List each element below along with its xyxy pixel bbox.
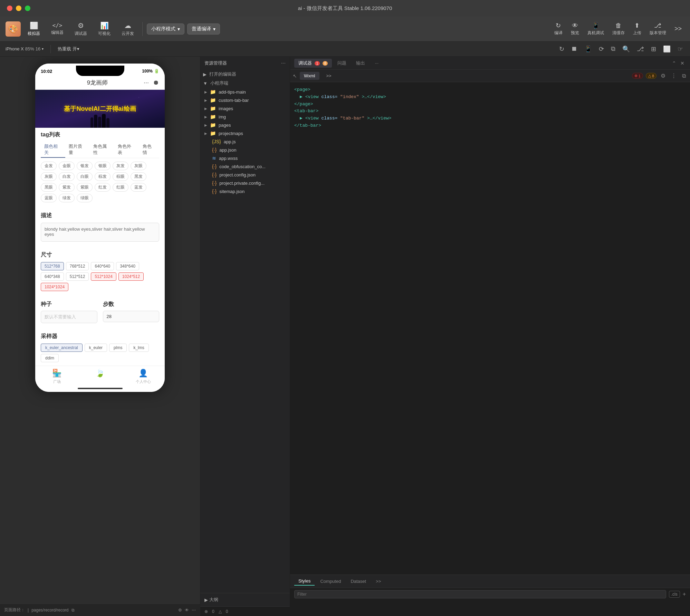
tag-baiy[interactable]: 白眼 [77, 172, 93, 181]
branch-icon[interactable]: ⎇ [635, 44, 645, 54]
styles-tab-styles[interactable]: Styles [294, 577, 315, 586]
copy-path-icon[interactable]: ⧉ [71, 608, 75, 613]
styles-tab-more[interactable]: >> [372, 577, 385, 585]
compile-select[interactable]: 普通编译 ▾ [187, 23, 220, 35]
avatar[interactable]: 🎨 [6, 21, 21, 37]
xml-line-2[interactable]: ▶ <view class= "index" >…</view> [294, 94, 686, 101]
search-icon[interactable]: 🔍 [621, 44, 631, 54]
wechat-actions[interactable]: ··· ⏺ [144, 79, 159, 86]
tag-heif[interactable]: 黑发 [131, 172, 146, 181]
tag-ziy[interactable]: 紫眼 [77, 183, 93, 192]
size-768x512[interactable]: 768*512 [66, 262, 89, 270]
editor-button[interactable]: </> 编辑器 [47, 21, 68, 37]
styles-tab-dataset[interactable]: Dataset [346, 577, 370, 585]
explorer-more-icon[interactable]: ··· [281, 60, 286, 66]
tag-lvf[interactable]: 绿发 [59, 194, 75, 202]
tag-hy[interactable]: 红眼 [113, 183, 128, 192]
tag-tab-emotion[interactable]: 角色情 [139, 142, 159, 158]
add-style-button[interactable]: + [683, 591, 686, 597]
tag-huif[interactable]: 灰发 [113, 162, 128, 170]
tag-tab-appearance[interactable]: 角色外表 [114, 142, 139, 158]
file-project-config[interactable]: {·} project.config.json [200, 171, 290, 179]
debugger-button[interactable]: ⚙ 调试器 [70, 20, 91, 38]
compile-button[interactable]: ↻ 编译 [552, 20, 565, 37]
tag-huiy[interactable]: 灰眼 [131, 162, 146, 170]
size-512x768[interactable]: 512*768 [41, 262, 64, 270]
tag-yiny[interactable]: 银眼 [95, 162, 111, 170]
tab-debugger[interactable]: 调试器 1 8 [294, 59, 332, 68]
phone-icon[interactable]: 📱 [583, 44, 593, 54]
tag-tab-attr[interactable]: 角色属性 [90, 142, 114, 158]
copy-icon[interactable]: ⧉ [610, 44, 617, 54]
size-640x640[interactable]: 640*640 [91, 262, 114, 270]
open-editors-section[interactable]: ▶ 打开的编辑器 [200, 70, 290, 79]
maximize-button[interactable] [25, 6, 30, 11]
dots-icon[interactable]: ··· [144, 79, 149, 86]
tab-output[interactable]: 输出 [352, 59, 369, 68]
close-button[interactable] [7, 6, 12, 11]
pointer-icon[interactable]: ☞ [676, 44, 684, 54]
eye-icon[interactable]: 👁 [185, 608, 189, 613]
tag-ly[interactable]: 蓝眼 [41, 194, 57, 202]
styles-tab-computed[interactable]: Computed [316, 577, 345, 585]
more-path-icon[interactable]: ⋯ [192, 608, 196, 613]
size-512x1024[interactable]: 512*1024 [91, 272, 116, 281]
tag-yinf[interactable]: 银发 [77, 162, 93, 170]
file-obfuscation[interactable]: {·} code_obfuscation_co... [200, 162, 290, 171]
rotate-icon[interactable]: ⟳ [597, 44, 605, 54]
sampler-k-euler[interactable]: k_euler [85, 344, 107, 352]
folder-img[interactable]: ▶ 📁 img [200, 113, 290, 121]
cloud-button[interactable]: ☁ 云开发 [117, 20, 138, 38]
record-icon[interactable]: ⏺ [153, 79, 159, 86]
tag-zif[interactable]: 紫发 [59, 183, 75, 192]
miniprogram-section[interactable]: ▼ 小程序端 [200, 79, 290, 88]
xml-line-5[interactable]: ▶ <view class= "tab-bar" >…</view> [294, 115, 686, 122]
device-debug-button[interactable]: 📱 真机调试 [585, 20, 607, 37]
clear-cache-button[interactable]: 🗑 清缓存 [610, 21, 627, 37]
sampler-k-lms[interactable]: k_lms [129, 344, 148, 352]
screen-icon[interactable]: ⬜ [662, 44, 672, 54]
seed-input[interactable]: 默认不需要输入 [41, 311, 97, 323]
tag-tab-color[interactable]: 颜色相关 [41, 142, 65, 158]
refresh-icon[interactable]: ↻ [558, 44, 566, 54]
hot-reload-toggle[interactable]: 热重载 开▾ [58, 46, 79, 52]
tag-zongy[interactable]: 棕眼 [113, 172, 128, 181]
more-devtools-icon[interactable]: ⋮ [670, 71, 678, 80]
tab-more[interactable]: ··· [371, 59, 383, 67]
desc-input[interactable]: blondy hair,yellow eyes,sliver hair,sliv… [41, 223, 159, 242]
grid-icon[interactable]: ⊞ [650, 44, 658, 54]
tag-jiny[interactable]: 金眼 [59, 162, 75, 170]
size-512x512[interactable]: 512*512 [66, 272, 89, 281]
tab-issues[interactable]: 问题 [333, 59, 351, 68]
upload-button[interactable]: ⬆ 上传 [630, 20, 644, 37]
tag-hf[interactable]: 红发 [95, 183, 111, 192]
size-640x348[interactable]: 640*348 [41, 272, 64, 281]
tag-huiy2[interactable]: 灰眼 [41, 172, 57, 181]
tag-lvy[interactable]: 绿眼 [77, 194, 93, 202]
tag-lf[interactable]: 蓝发 [131, 183, 146, 192]
tag-baif[interactable]: 白发 [59, 172, 75, 181]
settings-icon[interactable]: ⚙ [178, 608, 182, 613]
sampler-ddim[interactable]: ddim [41, 354, 59, 362]
cls-button[interactable]: .cls [669, 591, 680, 598]
folder-custom-tab[interactable]: ▶ 📁 custom-tab-bar [200, 96, 290, 104]
minimize-button[interactable] [16, 6, 21, 11]
visual-button[interactable]: 📊 可视化 [94, 20, 115, 38]
file-app-js[interactable]: {JS} app.js [200, 137, 290, 146]
stop-icon[interactable]: ⏹ [570, 44, 579, 54]
tab-home[interactable]: 🍃 [78, 369, 122, 384]
steps-input[interactable]: 28 [103, 311, 160, 322]
folder-add-tips[interactable]: ▶ 📁 add-tips-main [200, 88, 290, 96]
tag-heiy[interactable]: 黑眼 [41, 183, 57, 192]
simulator-button[interactable]: ⬜ 模拟器 [23, 20, 44, 38]
folder-images[interactable]: ▶ 📁 images [200, 104, 290, 113]
wxml-tab[interactable]: Wxml [300, 72, 319, 80]
styles-filter-input[interactable] [294, 590, 666, 598]
select-element-icon[interactable]: ↖ [293, 73, 297, 79]
device-select[interactable]: iPhone X 85% 16 ▾ [6, 46, 44, 51]
size-1024x512[interactable]: 1024*512 [118, 272, 144, 281]
close-devtools-icon[interactable]: ✕ [679, 59, 686, 67]
tag-zongf[interactable]: 棕发 [95, 172, 111, 181]
version-button[interactable]: ⎇ 版本管理 [647, 20, 669, 37]
more-button[interactable]: >> [672, 24, 684, 34]
